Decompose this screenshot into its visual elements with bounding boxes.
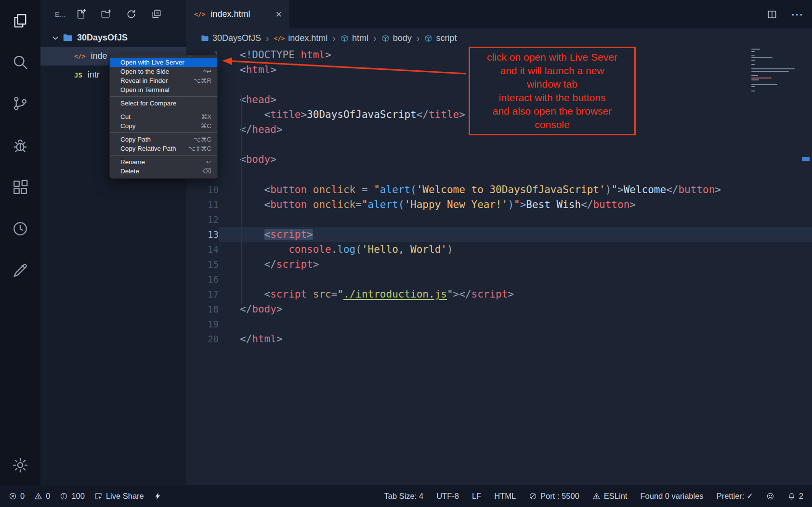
line-number: 10 xyxy=(186,182,219,197)
code-line-15[interactable]: 15 </script> xyxy=(186,257,812,272)
menu-item-delete[interactable]: Delete⌫ xyxy=(110,167,217,176)
menu-item-rename[interactable]: Rename↩ xyxy=(110,157,217,167)
line-content: <button onclick = "alert('Welcome to 30D… xyxy=(219,182,812,197)
folder-icon xyxy=(63,33,73,43)
status-bolt[interactable] xyxy=(154,492,162,500)
split-editor-icon[interactable] xyxy=(767,9,777,20)
code-line-8[interactable]: 8<body> xyxy=(186,152,812,167)
bolt-icon xyxy=(154,492,162,500)
menu-item-shortcut: ^↩ xyxy=(203,68,211,75)
breadcrumb-body[interactable]: body xyxy=(381,33,412,43)
status-2[interactable]: 2 xyxy=(787,492,803,501)
breadcrumb-separator: › xyxy=(266,33,269,44)
settings-gear-icon[interactable] xyxy=(12,456,29,474)
menu-item-open-to-the-side[interactable]: Open to the Side^↩ xyxy=(110,67,217,76)
more-actions-icon[interactable]: ⋯ xyxy=(791,8,803,21)
menu-separator xyxy=(110,155,217,156)
line-number: 13 xyxy=(186,227,219,242)
extensions-icon[interactable] xyxy=(12,179,29,196)
code-line-9[interactable]: 9 xyxy=(186,168,812,182)
activity-bar xyxy=(0,0,40,485)
menu-item-cut[interactable]: Cut⌘X xyxy=(110,112,217,121)
html-file-icon: </> xyxy=(194,11,205,18)
code-line-11[interactable]: 11 <button onclick="alert('Happy New Yea… xyxy=(186,197,812,212)
status-label: 0 xyxy=(46,492,50,501)
status-lf[interactable]: LF xyxy=(472,492,481,501)
annotation-line: click on open with Live Sever xyxy=(474,51,630,64)
code-line-18[interactable]: 18</body> xyxy=(186,302,812,317)
menu-item-open-in-terminal[interactable]: Open in Terminal xyxy=(110,85,217,94)
status-label: 100 xyxy=(71,492,85,501)
menu-item-select-for-compare[interactable]: Select for Compare xyxy=(110,99,217,108)
collapse-all-icon[interactable] xyxy=(151,9,162,20)
status-bar: 00100Live Share Tab Size: 4UTF-8LFHTMLPo… xyxy=(0,485,812,507)
code-line-10[interactable]: 10 <button onclick = "alert('Welcome to … xyxy=(186,182,812,197)
search-icon[interactable] xyxy=(12,53,29,71)
explorer-icon[interactable] xyxy=(12,12,29,29)
minimap[interactable] xyxy=(751,49,796,93)
feedback-pen-icon[interactable] xyxy=(12,261,29,279)
menu-item-reveal-in-finder[interactable]: Reveal in Finder⌥⌘R xyxy=(110,76,217,85)
smiley-icon xyxy=(766,492,774,500)
breadcrumb-script[interactable]: script xyxy=(424,33,457,43)
warning-icon xyxy=(34,492,42,500)
error-icon xyxy=(9,492,17,500)
code-line-19[interactable]: 19 xyxy=(186,317,812,332)
folder-icon xyxy=(201,34,209,42)
status-prettier[interactable]: Prettier: ✓ xyxy=(717,492,753,501)
menu-item-copy-path[interactable]: Copy Path⌥⌘C xyxy=(110,135,217,144)
line-content xyxy=(219,317,812,332)
menu-item-copy[interactable]: Copy⌘C xyxy=(110,121,217,130)
vscode-window: E... 30DaysOfJS </> inde JS intr xyxy=(0,0,812,507)
indent-guide xyxy=(241,94,242,304)
annotation-line: and also open the browser xyxy=(474,104,630,118)
run-debug-icon[interactable] xyxy=(12,137,29,155)
code-line-16[interactable]: 16 xyxy=(186,272,812,287)
code-line-7[interactable]: 7 xyxy=(186,137,812,152)
status-found-0-variables[interactable]: Found 0 variables xyxy=(640,492,703,501)
breadcrumb-separator: › xyxy=(417,33,420,44)
status-tab-size-4[interactable]: Tab Size: 4 xyxy=(384,492,424,501)
line-content xyxy=(219,168,812,182)
status-smiley[interactable] xyxy=(766,492,774,500)
tab-index-html[interactable]: </> index.html × xyxy=(186,0,289,28)
annotation-line: window tab xyxy=(474,78,630,91)
breadcrumb-label: body xyxy=(393,33,412,43)
line-content: <body> xyxy=(219,152,812,167)
code-line-12[interactable]: 12 xyxy=(186,212,812,227)
port-icon xyxy=(529,492,537,500)
status-port-5500[interactable]: Port : 5500 xyxy=(529,492,579,501)
source-control-icon[interactable] xyxy=(12,95,29,112)
breadcrumb-label: 30DaysOfJS xyxy=(212,33,261,43)
breadcrumb-html[interactable]: html xyxy=(341,33,368,43)
breadcrumb-30daysofjs[interactable]: 30DaysOfJS xyxy=(201,33,261,43)
code-line-13[interactable]: 13 <script> xyxy=(186,227,812,242)
menu-item-copy-relative-path[interactable]: Copy Relative Path⌥⇧⌘C xyxy=(110,144,217,153)
menu-separator xyxy=(110,132,217,133)
code-line-14[interactable]: 14 console.log('Hello, World') xyxy=(186,242,812,257)
status-live-share[interactable]: Live Share xyxy=(94,492,144,501)
menu-item-label: Cut xyxy=(120,113,131,120)
status-html[interactable]: HTML xyxy=(494,492,516,501)
new-file-icon[interactable] xyxy=(76,9,87,20)
folder-row-30daysofjs[interactable]: 30DaysOfJS xyxy=(40,29,186,47)
cube-icon xyxy=(381,34,390,42)
timeline-icon[interactable] xyxy=(12,220,29,237)
menu-item-open-with-live-server[interactable]: Open with Live Server xyxy=(110,58,217,67)
breadcrumb-separator: › xyxy=(332,33,336,44)
breadcrumb-index-html[interactable]: </>index.html xyxy=(274,33,328,43)
line-number: 12 xyxy=(186,212,219,227)
status-utf-8[interactable]: UTF-8 xyxy=(436,492,459,501)
status-0[interactable]: 0 xyxy=(34,492,50,501)
status-label: UTF-8 xyxy=(436,492,459,501)
refresh-icon[interactable] xyxy=(126,9,137,20)
status-eslint[interactable]: ESLint xyxy=(592,492,628,501)
code-line-17[interactable]: 17 <script src="./introduction.js"></scr… xyxy=(186,287,812,302)
status-0[interactable]: 0 xyxy=(9,492,25,501)
new-folder-icon[interactable] xyxy=(101,9,112,20)
close-tab-icon[interactable]: × xyxy=(275,9,282,20)
code-line-20[interactable]: 20</html> xyxy=(186,332,812,347)
info-icon xyxy=(60,492,68,500)
line-content: <button onclick="alert('Happy New Year!'… xyxy=(219,197,812,212)
status-100[interactable]: 100 xyxy=(60,492,85,501)
